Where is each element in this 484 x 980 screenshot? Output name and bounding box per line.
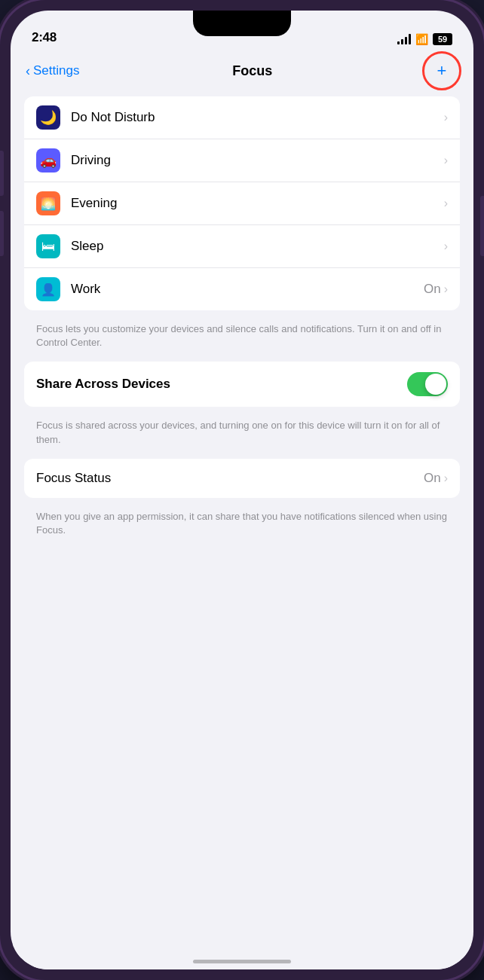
toggle-thumb <box>425 374 446 395</box>
focus-status-chevron-icon: › <box>444 472 448 485</box>
work-chevron-icon: › <box>444 282 448 296</box>
home-indicator <box>11 944 473 969</box>
work-status: On <box>424 282 441 297</box>
status-time: 2:48 <box>32 30 57 45</box>
evening-chevron-icon: › <box>444 197 448 210</box>
focus-status-right: On › <box>424 471 448 486</box>
wifi-icon: 📶 <box>415 33 428 45</box>
power-button[interactable] <box>480 196 484 256</box>
focus-item-evening[interactable]: 🌅 Evening › <box>24 182 460 225</box>
driving-label: Driving <box>71 153 444 168</box>
driving-icon: 🚗 <box>36 148 60 172</box>
driving-right: › <box>444 154 448 167</box>
phone-frame: 2:48 📶 59 ‹ Settings Focus + <box>0 0 484 980</box>
evening-right: › <box>444 197 448 210</box>
phone-screen: 2:48 📶 59 ‹ Settings Focus + <box>11 11 473 969</box>
share-across-devices-row: Share Across Devices <box>24 362 460 407</box>
back-button[interactable]: ‹ Settings <box>26 63 79 79</box>
content-area: 🌙 Do Not Disturb › 🚗 Driving › 🌅 Evening <box>11 96 473 944</box>
focus-item-sleep[interactable]: 🛏 Sleep › <box>24 225 460 268</box>
focus-items-list: 🌙 Do Not Disturb › 🚗 Driving › 🌅 Evening <box>24 96 460 310</box>
notch <box>193 11 291 36</box>
back-label: Settings <box>33 63 79 78</box>
red-circle-highlight <box>422 51 461 90</box>
evening-label: Evening <box>71 196 444 211</box>
volume-down-button[interactable] <box>0 211 4 256</box>
focus-status-row[interactable]: Focus Status On › <box>24 459 460 498</box>
share-across-devices-label: Share Across Devices <box>36 377 407 392</box>
add-focus-button[interactable]: + <box>425 54 458 87</box>
home-bar <box>193 960 291 963</box>
work-label: Work <box>71 282 424 297</box>
battery-icon: 59 <box>433 33 452 45</box>
share-description: Focus is shared across your devices, and… <box>24 413 460 458</box>
sleep-icon: 🛏 <box>36 234 60 258</box>
sleep-right: › <box>444 240 448 253</box>
work-right: On › <box>424 282 448 297</box>
sleep-chevron-icon: › <box>444 240 448 253</box>
focus-status-label: Focus Status <box>36 471 424 486</box>
evening-icon: 🌅 <box>36 191 60 215</box>
dnd-label: Do Not Disturb <box>71 110 444 125</box>
focus-item-dnd[interactable]: 🌙 Do Not Disturb › <box>24 96 460 139</box>
share-across-devices-group: Share Across Devices <box>24 362 460 407</box>
sleep-label: Sleep <box>71 239 444 254</box>
nav-bar: ‹ Settings Focus + <box>11 51 473 96</box>
dnd-icon: 🌙 <box>36 105 60 130</box>
share-across-devices-toggle[interactable] <box>407 372 448 396</box>
back-chevron-icon: ‹ <box>26 63 30 79</box>
focus-status-group: Focus Status On › <box>24 459 460 498</box>
focus-item-driving[interactable]: 🚗 Driving › <box>24 139 460 182</box>
signal-icon <box>397 34 411 44</box>
focus-item-work[interactable]: 👤 Work On › <box>24 268 460 310</box>
dnd-chevron-icon: › <box>444 111 448 124</box>
volume-up-button[interactable] <box>0 151 4 196</box>
page-title: Focus <box>232 63 272 79</box>
dnd-right: › <box>444 111 448 124</box>
work-icon: 👤 <box>36 277 60 301</box>
driving-chevron-icon: › <box>444 154 448 167</box>
status-icons: 📶 59 <box>397 33 452 45</box>
focus-description: Focus lets you customize your devices an… <box>24 316 460 362</box>
focus-status-value: On <box>424 471 441 486</box>
focus-status-description: When you give an app permission, it can … <box>24 504 460 549</box>
